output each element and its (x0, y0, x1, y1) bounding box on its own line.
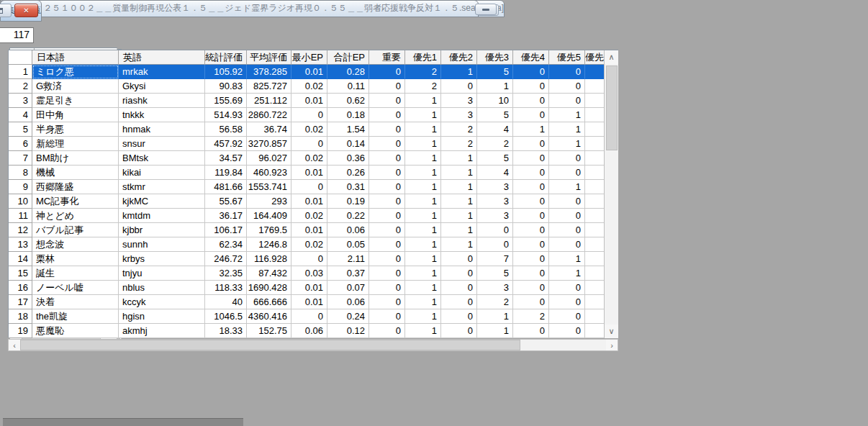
table-row[interactable]: 11神とどめkmtdm36.17164.4090.020.22011300 (9, 209, 618, 223)
cell-avg: 251.112 (247, 94, 291, 108)
cell-avg: 460.923 (247, 166, 291, 180)
cell-stat: 119.84 (205, 166, 247, 180)
table-row[interactable]: 1ミロク悪mrkak105.92378.2850.010.28021500 (9, 65, 618, 79)
horizontal-scrollbar[interactable]: ‹ › (8, 339, 618, 351)
cell-avg: 378.285 (247, 65, 291, 79)
scroll-up-icon[interactable]: ∧ (605, 50, 618, 64)
column-header[interactable]: 優先3 (477, 50, 513, 65)
cell-p1: 1 (405, 108, 441, 122)
cell-p4: 0 (513, 324, 549, 338)
cell-avg: 152.75 (247, 324, 291, 338)
table-row[interactable]: 14栗林krbys246.72116.92802.11010701 (9, 252, 618, 266)
cell-avg: 3270.857 (247, 137, 291, 151)
table-row[interactable]: 7BM助けBMtsk34.5796.0270.020.36011500 (9, 151, 618, 166)
cell-p3: 4 (477, 166, 513, 180)
cell-minep: 0.02 (291, 209, 327, 223)
corner-header (9, 50, 32, 65)
cell-en: kjkMC (119, 194, 205, 209)
table-row[interactable]: 15誕生tnjyu32.3587.4320.030.37010501 (9, 266, 618, 281)
cell-en: BMtsk (119, 151, 205, 166)
cell-p2: 1 (441, 194, 477, 209)
table-row[interactable]: 13想念波sunnh62.341246.80.020.05011000 (9, 237, 618, 252)
cell-jp: 決着 (32, 295, 119, 309)
record-count-field[interactable]: 117 (0, 27, 34, 43)
cell-p4: 0 (513, 266, 549, 281)
column-header[interactable]: 日本語 (32, 50, 119, 65)
cell-p1: 1 (405, 166, 441, 180)
column-header[interactable]: 優先 (585, 50, 605, 65)
column-header[interactable]: 優先2 (441, 50, 477, 65)
cell-en: tnkkk (119, 108, 205, 122)
cell-jp: the凱旋 (32, 309, 119, 324)
table-row[interactable]: 16ノーベル嘘nblus118.331690.4280.010.07010300 (9, 281, 618, 295)
cell-sumep: 0.31 (327, 180, 369, 194)
cell-p1: 1 (405, 295, 441, 309)
cell-imp: 0 (369, 94, 405, 108)
cell-p5: 0 (549, 79, 585, 94)
table-row[interactable]: 9西郷隆盛stkmr481.661553.74100.31011301 (9, 180, 618, 194)
cell-p2: 0 (441, 252, 477, 266)
column-header[interactable]: 平均評価 (247, 50, 291, 65)
cell-p2: 1 (441, 180, 477, 194)
table-row[interactable]: 5半身悪hnmak56.5836.740.021.54012411 (9, 122, 618, 137)
cell-p2: 0 (441, 309, 477, 324)
scroll-down-icon[interactable]: ∨ (605, 325, 618, 338)
table-row[interactable]: 3霊足引きriashk155.69251.1120.010.620131000 (9, 94, 618, 108)
cell-p5: 1 (549, 122, 585, 137)
cell-minep: 0.01 (291, 223, 327, 237)
close-button[interactable]: ✕ (14, 4, 38, 17)
cell-minep: 0.06 (291, 324, 327, 338)
cell-n: 11 (9, 209, 32, 223)
window-controls: ✕ (0, 4, 38, 17)
cell-p1: 1 (405, 223, 441, 237)
table-row[interactable]: 17決着kccyk40666.6660.010.06010200 (9, 295, 618, 309)
scroll-right-icon[interactable]: › (606, 340, 618, 350)
column-header[interactable]: 統計評価 (205, 50, 247, 65)
column-header[interactable]: 優先4 (513, 50, 549, 65)
table-row[interactable]: 19悪魔恥akmhj18.33152.750.060.12010100 (9, 324, 618, 338)
table-row[interactable]: 8機械kikai119.84460.9230.010.26011400 (9, 166, 618, 180)
table-row[interactable]: 12バブル記事kjbbr106.171769.50.010.06011000 (9, 223, 618, 237)
cell-avg: 116.928 (247, 252, 291, 266)
cell-sumep: 0.06 (327, 295, 369, 309)
column-header[interactable]: 重要 (369, 50, 405, 65)
column-header[interactable]: 英語 (119, 50, 205, 65)
window-bottom-edge (3, 418, 243, 426)
table-row[interactable]: 18the凱旋hgisn1046.54360.41600.24010120 (9, 309, 618, 324)
cell-p4: 2 (513, 309, 549, 324)
column-header[interactable]: 合計EP (327, 50, 369, 65)
cell-p5: 0 (549, 324, 585, 338)
table-row[interactable]: 2G救済Gkysi90.83825.7270.020.11020100 (9, 79, 618, 94)
scrollbar-thumb[interactable] (606, 65, 618, 150)
restore-button[interactable] (0, 4, 12, 17)
cell-n: 2 (9, 79, 32, 94)
column-header[interactable]: 優先5 (549, 50, 585, 65)
column-header[interactable]: 最小EP (291, 50, 327, 65)
cell-p3: 1 (477, 309, 513, 324)
cell-n: 12 (9, 223, 32, 237)
cell-en: nblus (119, 281, 205, 295)
cell-p5: 0 (549, 295, 585, 309)
cell-sumep: 0.26 (327, 166, 369, 180)
cell-imp: 0 (369, 137, 405, 151)
cell-en: mrkak (119, 65, 205, 79)
table-row[interactable]: 4田中角tnkkk514.932860.72200.18013501 (9, 108, 618, 122)
vertical-scrollbar[interactable]: ∧ ∨ (604, 50, 618, 338)
cell-p1: 2 (405, 65, 441, 79)
cell-p3: 5 (477, 266, 513, 281)
table-row[interactable]: 10MC記事化kjkMC55.672930.010.19011300 (9, 194, 618, 209)
cell-imp: 0 (369, 309, 405, 324)
cell-stat: 105.92 (205, 65, 247, 79)
cell-p2: 1 (441, 151, 477, 166)
column-header[interactable]: 優先1 (405, 50, 441, 65)
restore-icon (0, 8, 3, 14)
cell-avg: 4360.416 (247, 309, 291, 324)
cell-p3: 1 (477, 324, 513, 338)
table-row[interactable]: 6新総理snsur457.923270.85700.14012201 (9, 137, 618, 151)
cell-p1: 1 (405, 94, 441, 108)
cell-p5: 0 (549, 309, 585, 324)
minimize-button[interactable] (475, 4, 497, 15)
scroll-left-icon[interactable]: ‹ (9, 340, 20, 350)
cell-minep: 0.01 (291, 166, 327, 180)
scrollbar-thumb[interactable] (20, 340, 520, 350)
